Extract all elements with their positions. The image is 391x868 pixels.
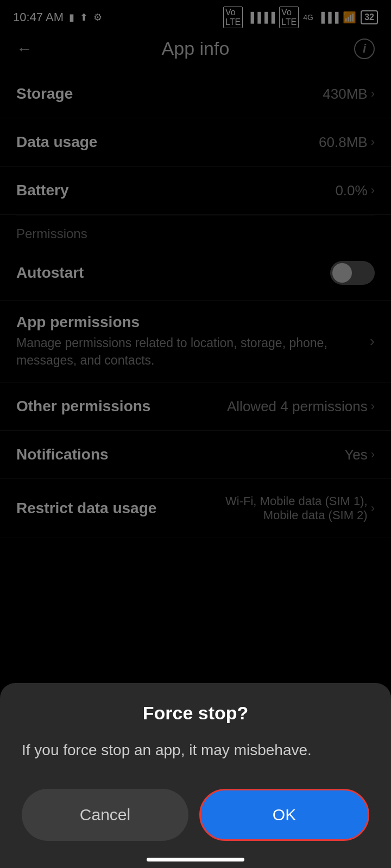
home-bar <box>147 858 244 861</box>
force-stop-dialog: Force stop? If you force stop an app, it… <box>0 683 391 868</box>
cancel-button[interactable]: Cancel <box>22 789 188 841</box>
dialog-title: Force stop? <box>22 703 369 724</box>
dialog-body: If you force stop an app, it may misbeha… <box>22 739 369 762</box>
dialog-buttons: Cancel OK <box>22 789 369 841</box>
ok-button[interactable]: OK <box>199 789 369 841</box>
